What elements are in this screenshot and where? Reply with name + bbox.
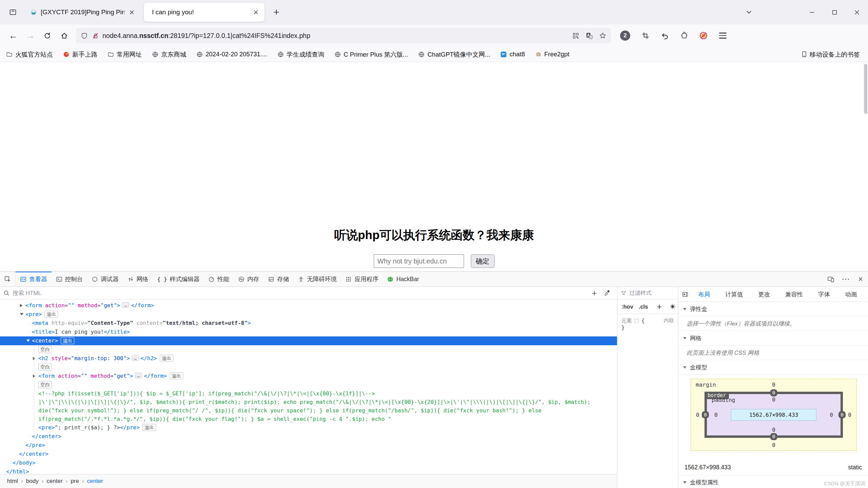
overflow-badge[interactable]: 溢出: [160, 355, 173, 362]
collapsed-content-icon[interactable]: …: [122, 302, 129, 308]
overflow-badge[interactable]: 溢出: [170, 372, 183, 379]
devtools-tab-样式编辑器[interactable]: { }样式编辑器: [153, 272, 204, 287]
whitespace-badge[interactable]: 空白: [38, 381, 52, 388]
devtools-tab-性能[interactable]: 性能: [204, 272, 234, 287]
collapsed-content-icon[interactable]: …: [132, 355, 139, 361]
bookmark-item[interactable]: 京东商城: [152, 50, 186, 59]
maximize-button[interactable]: [823, 3, 846, 22]
markup-row[interactable]: <form action="" method="get">…</form>: [0, 301, 617, 310]
browser-tab-inactive[interactable]: [GXYCTF 2019]Ping Ping Ping ×: [25, 3, 140, 22]
layout-tab-计算值[interactable]: 计算值: [725, 290, 743, 298]
expand-arrow-icon[interactable]: [20, 301, 25, 310]
expand-arrow-icon[interactable]: [33, 372, 38, 380]
markup-row[interactable]: 空白: [0, 345, 617, 354]
minimize-button[interactable]: [801, 3, 823, 22]
translate-icon[interactable]: A: [585, 32, 593, 39]
css-rule[interactable]: 元素{内联 }: [617, 314, 678, 334]
extension-badge-count[interactable]: 2: [620, 31, 630, 41]
browser-tab-active[interactable]: I can ping you! ×: [144, 3, 265, 22]
page-scrollbar[interactable]: [864, 64, 867, 114]
markup-row[interactable]: <form action="" method="get">…</form>溢出: [0, 372, 617, 380]
add-rule-icon[interactable]: +: [657, 302, 662, 312]
devtools-tab-内存[interactable]: 内存: [234, 272, 264, 287]
bookmark-item[interactable]: 新手上路: [63, 50, 97, 59]
url-bar[interactable]: node4.anna.nssctf.cn:28191/?ip=127.0.0.1…: [76, 28, 611, 43]
insecure-lock-icon[interactable]: [92, 32, 99, 39]
collapsed-content-icon[interactable]: …: [135, 373, 142, 378]
screenshot-crop-icon[interactable]: [642, 32, 649, 39]
qr-extension-icon[interactable]: [572, 32, 579, 39]
pick-element-icon[interactable]: [0, 272, 16, 287]
breadcrumb-item[interactable]: center: [84, 478, 106, 485]
reload-icon[interactable]: [39, 28, 56, 43]
bookmark-item[interactable]: C Primer Plus 第六版...: [334, 50, 408, 59]
devtools-more-icon[interactable]: ⋯: [838, 272, 853, 287]
layout-tab-布局[interactable]: 布局: [698, 290, 710, 298]
extensions-puzzle-icon[interactable]: [680, 32, 688, 39]
list-tabs-chevron-icon[interactable]: [738, 3, 760, 22]
bookmark-item[interactable]: Free2gpt: [535, 51, 570, 58]
home-icon[interactable]: [56, 28, 73, 43]
back-icon[interactable]: ←: [5, 28, 22, 43]
markup-row[interactable]: </pre>: [0, 441, 617, 450]
expand-arrow-icon[interactable]: [33, 354, 38, 363]
whitespace-badge[interactable]: 空白: [38, 346, 52, 353]
highlight-toggle-icon[interactable]: [635, 319, 639, 323]
expand-arrow-icon[interactable]: [20, 310, 25, 319]
close-window-button[interactable]: [846, 3, 868, 22]
overflow-badge[interactable]: 溢出: [44, 311, 58, 318]
markup-row[interactable]: <meta http-equiv="Content-Type" content=…: [0, 319, 617, 328]
markup-row[interactable]: <pre>"; print_r($a); } ?></pre>溢出: [0, 423, 617, 432]
menu-hamburger-icon[interactable]: [719, 33, 727, 38]
layout-tab-兼容性[interactable]: 兼容性: [785, 290, 803, 298]
new-node-icon[interactable]: +: [592, 289, 597, 297]
bookmark-star-icon[interactable]: [599, 32, 606, 39]
overflow-badge[interactable]: 溢出: [142, 424, 156, 431]
markup-row[interactable]: </html>: [0, 467, 617, 474]
class-toggle[interactable]: .cls: [639, 304, 648, 310]
html-search-bar[interactable]: 搜索 HTML +: [0, 287, 617, 299]
markup-row[interactable]: </center>: [0, 432, 617, 441]
devtools-tab-调试器[interactable]: 调试器: [87, 272, 123, 287]
box-model-content[interactable]: 1562.67×998.433: [731, 409, 816, 421]
devtools-tab-无障碍环境[interactable]: 无障碍环境: [293, 272, 341, 287]
breadcrumb-item[interactable]: body: [23, 478, 42, 485]
layout-tab-字体[interactable]: 字体: [818, 290, 830, 298]
bookmark-item[interactable]: ChatGPT镜像中文网...: [418, 50, 490, 59]
breadcrumb-item[interactable]: center: [43, 478, 65, 485]
layout-tab-更改[interactable]: 更改: [758, 290, 770, 298]
tab-close-icon[interactable]: ×: [128, 8, 136, 17]
devtools-close-icon[interactable]: ×: [853, 272, 868, 287]
new-tab-button[interactable]: +: [269, 7, 284, 17]
bookmark-item[interactable]: 火狐官方站点: [6, 50, 53, 59]
markup-row[interactable]: 空白: [0, 363, 617, 372]
sidebar-toggle-icon[interactable]: [682, 291, 689, 298]
expand-arrow-icon[interactable]: [26, 336, 32, 345]
whitespace-badge[interactable]: 空白: [38, 364, 52, 371]
box-model-border[interactable]: border 0 0 0 0 padding 0 0 0 0 1562.67×9…: [705, 392, 843, 438]
flexbox-section-header[interactable]: 弹性盒: [678, 302, 868, 316]
markup-row[interactable]: </center>: [0, 450, 617, 458]
devtools-tab-控制台[interactable]: 控制台: [52, 272, 88, 287]
markup-row[interactable]: 空白: [0, 380, 617, 389]
markup-row[interactable]: <!--?php if(isset($_GET['ip'])){ $ip = $…: [0, 389, 617, 423]
color-scheme-icon[interactable]: [669, 303, 676, 310]
devtools-tab-HackBar[interactable]: HackBar: [383, 272, 423, 287]
responsive-design-icon[interactable]: [823, 272, 838, 287]
mobile-bookmarks[interactable]: 移动设备上的书签: [801, 50, 860, 59]
pseudo-class-toggle[interactable]: :hov: [621, 304, 633, 310]
blocked-extension-icon[interactable]: [699, 32, 708, 40]
firefox-view-icon[interactable]: [4, 3, 22, 21]
devtools-tab-查看器[interactable]: 查看器: [16, 272, 52, 287]
markup-row[interactable]: <title>I can ping you!</title>: [0, 328, 617, 336]
layout-tab-动画[interactable]: 动画: [845, 290, 857, 298]
markup-row[interactable]: </body>: [0, 458, 617, 467]
bookmark-item[interactable]: 2024-02-20 205731....: [196, 51, 267, 58]
box-model-margin[interactable]: margin 0 0 0 0 border 0 0 0 0 padding 0: [691, 379, 857, 451]
submit-button[interactable]: 确定: [471, 254, 495, 268]
grid-section-header[interactable]: 网格: [678, 331, 868, 346]
bookmark-item[interactable]: 常用网址: [108, 50, 142, 59]
boxmodel-section-header[interactable]: 盒模型: [678, 360, 868, 375]
eyedropper-icon[interactable]: [604, 290, 610, 296]
markup-row[interactable]: <h2 style="margin-top: 300">…</h2>溢出: [0, 354, 617, 363]
